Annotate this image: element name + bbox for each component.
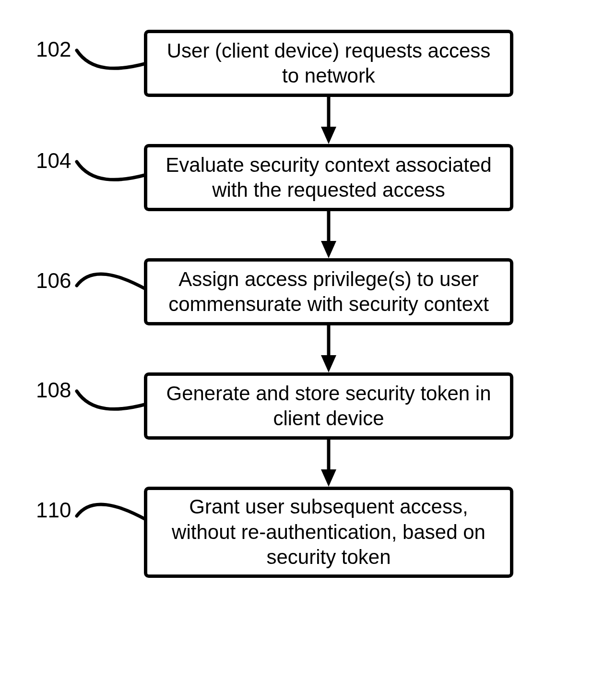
svg-marker-3 [321,241,336,258]
leader-line-104 [72,150,154,193]
step-text-102: User (client device) requests access to … [157,38,500,89]
step-text-110: Grant user subsequent access, without re… [157,494,500,570]
leader-line-102 [72,38,154,82]
step-box-110: Grant user subsequent access, without re… [144,487,513,578]
svg-marker-1 [321,127,336,144]
step-label-108: 108 [36,378,71,402]
step-box-106: Assign access privilege(s) to user comme… [144,258,513,325]
flowchart: 102 User (client device) requests access… [0,0,616,694]
arrow-102-104 [319,97,338,145]
step-box-108: Generate and store security token in cli… [144,372,513,440]
step-text-108: Generate and store security token in cli… [157,381,500,431]
step-text-106: Assign access privilege(s) to user comme… [157,267,500,317]
svg-marker-7 [321,469,336,487]
arrow-104-106 [319,211,338,259]
arrow-108-110 [319,440,338,488]
step-label-102: 102 [36,37,71,61]
step-label-104: 104 [36,149,71,173]
step-text-104: Evaluate security context associated wit… [157,153,500,203]
leader-line-110 [72,497,154,540]
arrow-106-108 [319,325,338,373]
step-box-104: Evaluate security context associated wit… [144,144,513,211]
step-label-110: 110 [36,498,71,522]
leader-line-106 [72,266,154,310]
step-label-106: 106 [36,269,71,293]
svg-marker-5 [321,355,336,372]
leader-line-108 [72,379,154,422]
step-box-102: User (client device) requests access to … [144,30,513,97]
